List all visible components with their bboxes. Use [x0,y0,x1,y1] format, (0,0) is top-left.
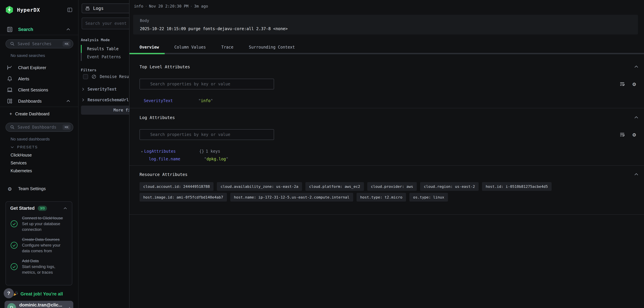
gear-icon[interactable]: ⚙ [632,81,636,87]
saved-dashboards-placeholder: Saved Dashboards [18,125,60,130]
get-started-step[interactable]: Create Data Sources Configure where your… [10,237,68,254]
braces-icon: {} [199,149,204,154]
resource-chip[interactable]: host.image.id: ami-0f5fcdfbd140e4ab7 [140,193,227,201]
detail-tabs: Overview Column Values Trace Surrounding… [140,45,295,50]
denoise-results-toggle[interactable]: Denoise Results [83,74,129,79]
severity-text: info [134,4,143,8]
source-select[interactable]: Logs [82,3,129,13]
body-label: Body [140,18,149,23]
chevron-up-icon[interactable] [63,206,68,211]
sidebar: HyperDX Search Saved Searches ⌘K No save… [0,0,78,308]
sidebar-item-client-sessions[interactable]: Client Sessions [6,86,73,94]
more-filters-button[interactable]: More filters [81,106,129,115]
saved-searches-placeholder: Saved Searches [18,41,60,46]
laptop-icon [6,87,14,93]
sidebar-item-dashboards[interactable]: Dashboards [6,97,73,106]
step-desc: Set up your database connection [22,221,68,232]
check-circle-icon [10,263,18,271]
chevron-up-icon[interactable] [66,99,71,104]
resource-chip[interactable]: host.type: t2.micro [356,193,406,201]
collapse-section-icon[interactable] [634,64,639,69]
sidebar-item-team-settings[interactable]: ⚙ Team Settings [6,184,73,193]
caret-down-icon: ▾ [141,150,143,153]
attribute-row: SeverityText [144,98,173,103]
tab-trace[interactable]: Trace [221,45,233,50]
resource-chip[interactable]: cloud.provider: aws [367,182,417,191]
get-started-card: Get Started 3/3 Connect to ClickHouse Se… [6,201,72,285]
hyperdx-logo-icon [6,6,13,14]
preset-kubernetes[interactable]: Kubernetes [10,168,32,173]
user-name: dominic.tran@clic... [19,303,62,308]
shortcut-badge: ⌘K [62,41,70,46]
analysis-mode-label: Analysis Mode [81,38,110,42]
sidebar-item-alerts[interactable]: Alerts [6,74,73,83]
resource-chip[interactable]: cloud.platform: aws_ec2 [306,182,364,191]
section-title-log-attributes: Log Attributes [140,115,175,120]
log-attributes-search-input[interactable] [140,129,274,140]
saved-dashboards-input[interactable]: Saved Dashboards ⌘K [6,123,73,132]
saved-searches-input[interactable]: Saved Searches ⌘K [6,39,73,48]
gear-icon[interactable]: ⚙ [632,131,636,138]
section-divider [130,108,644,108]
line-wrap-icon[interactable] [619,81,625,87]
section-toolbar: ⚙ [619,131,636,138]
chart-icon [6,64,14,71]
preset-clickhouse[interactable]: ClickHouse [10,153,32,157]
tab-surrounding-context[interactable]: Surrounding Context [249,45,295,50]
resource-chip[interactable]: cloud.region: us-east-2 [420,182,479,191]
collapse-section-icon[interactable] [634,172,639,177]
check-circle-icon [10,241,18,249]
tree-parent-row[interactable]: ▾LogAttributes [141,149,176,154]
attribute-key[interactable]: SeverityText [144,98,173,103]
presets-toggle[interactable]: PRESETS [10,145,38,149]
filter-severitytext[interactable]: SeverityText [81,87,116,92]
sidebar-item-search[interactable]: Search [6,25,73,34]
resource-chip[interactable]: host.name: ip-172-31-12-5.us-east-2.comp… [230,193,353,201]
top-level-search-input[interactable] [140,79,274,89]
tab-overview[interactable]: Overview [140,45,159,50]
filter-resourceschemaurl[interactable]: ResourceSchemaUrl [81,98,129,102]
attribute-key[interactable]: log.file.name [149,157,180,161]
section-divider [130,165,644,166]
attribute-value[interactable]: info [198,98,213,103]
user-account-card[interactable]: D dominic.tran@clic... dominic.tran@clic… [4,301,73,308]
shortcut-badge: ⌘K [62,125,70,130]
preset-services[interactable]: Services [10,160,27,165]
get-started-title: Get Started [10,206,35,211]
search-list-icon [6,26,14,33]
checkbox[interactable] [83,74,88,79]
step-title: Add Data [22,258,68,264]
get-started-step[interactable]: Connect to ClickHouse Set up your databa… [10,215,68,232]
event-detail-pane: info·Nov 20 2:20:30 PM·3m ago Body 2025-… [129,0,644,308]
collapse-sidebar-icon[interactable] [66,7,73,13]
get-started-step[interactable]: Add Data Start sending logs, metrics, or… [10,258,68,275]
help-button[interactable]: ? [4,288,14,298]
event-search-input[interactable] [82,17,129,29]
no-saved-searches-note: No saved searches [10,53,45,58]
sidebar-item-chart-explorer[interactable]: Chart Explorer [6,63,73,72]
collapse-section-icon[interactable] [634,115,639,120]
no-saved-dashboards-note: No saved dashboards [10,137,50,142]
event-timestamp: Nov 20 2:20:30 PM [149,4,188,8]
line-wrap-icon[interactable] [619,132,625,138]
create-dashboard-button[interactable]: + Create Dashboard [10,110,73,118]
resource-chip[interactable]: host.id: i-0510b81275acbe4d5 [482,182,552,191]
resource-chip[interactable]: cloud.availability_zone: us-east-2a [217,182,302,191]
mode-event-patterns[interactable]: Event Patterns [81,53,128,61]
mode-results-table[interactable]: Results Table [81,45,128,53]
resource-chip[interactable]: os.type: linux [410,193,448,201]
sidebar-item-label: Client Sessions [18,87,48,93]
filters-label: Filters [81,68,96,72]
attribute-value[interactable]: dpkg.log [204,157,228,161]
tree-child-row: log.file.name [149,157,180,161]
filter-panel: Logs Analysis Mode Results Table Event P… [79,0,129,308]
chevron-up-icon[interactable] [66,27,71,32]
resource-chip[interactable]: cloud.account.id: 244449518788 [140,182,214,191]
attribute-key: LogAttributes [144,149,176,154]
sidebar-item-label: Search [18,27,33,32]
logo-row: HyperDX [6,6,73,14]
relative-time: 3m ago [194,4,208,8]
tab-column-values[interactable]: Column Values [174,45,206,50]
section-divider [130,214,644,215]
search-icon [10,125,15,130]
